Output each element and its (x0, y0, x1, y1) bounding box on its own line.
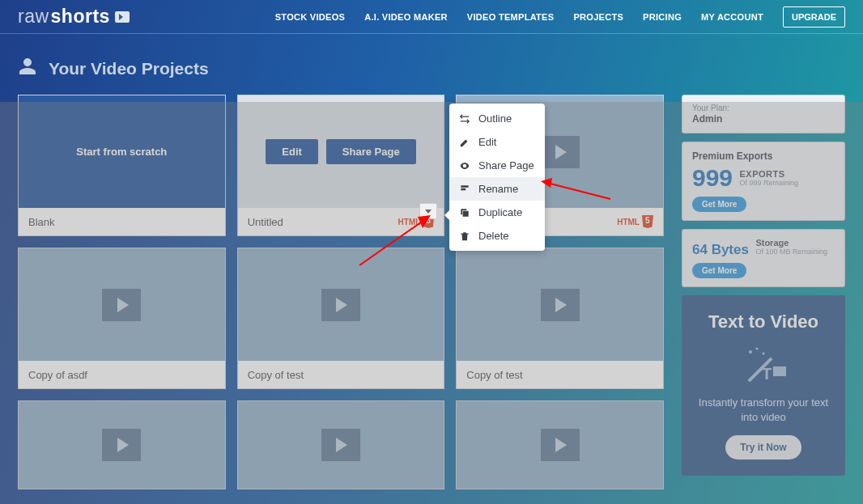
get-more-button[interactable]: Get More (692, 263, 746, 278)
premium-count: 999 (692, 164, 733, 192)
play-icon (102, 429, 141, 461)
card-caption: Copy of asdf (28, 369, 87, 381)
nav-my-account[interactable]: MY ACCOUNT (701, 12, 763, 22)
svg-point-5 (763, 353, 765, 355)
menu-label: Share Page (478, 159, 534, 172)
hover-thumb: Edit Share Page (238, 95, 444, 208)
person-icon (18, 57, 37, 80)
premium-exports-panel: Premium Exports 999 EXPORTS Of 999 Remai… (682, 142, 845, 221)
upgrade-button[interactable]: UPGRADE (783, 6, 845, 28)
page-title: Your Video Projects (49, 59, 209, 78)
project-card[interactable] (18, 400, 226, 489)
project-grid: Start from scratch Blank Edit Share Page… (18, 95, 664, 489)
sidebar: Your Plan: Admin Premium Exports 999 EXP… (682, 95, 845, 489)
html5-badge: HTML (617, 215, 653, 228)
svg-point-3 (749, 350, 752, 354)
menu-duplicate[interactable]: Duplicate (449, 201, 545, 224)
storage-sub: Of 100 MB Remaining (755, 248, 827, 256)
share-page-button[interactable]: Share Page (326, 139, 416, 164)
blank-thumb: Start from scratch (19, 95, 225, 208)
premium-sub: Of 999 Remaining (740, 179, 799, 187)
plan-label: Your Plan: (692, 104, 835, 112)
ttv-title: Text to Video (693, 311, 834, 332)
card-caption: Copy of test (466, 369, 522, 381)
menu-edit[interactable]: Edit (449, 130, 545, 154)
svg-marker-9 (418, 215, 431, 228)
nav-stock-videos[interactable]: STOCK VIDEOS (275, 12, 346, 22)
menu-delete[interactable]: Delete (449, 224, 545, 248)
card-caption: Untitled (248, 216, 283, 228)
svg-marker-7 (541, 178, 552, 188)
menu-label: Edit (478, 136, 496, 148)
nav-ai-video-maker[interactable]: A.I. VIDEO MAKER (364, 12, 448, 22)
svg-line-8 (359, 220, 424, 265)
storage-panel: 64 Bytes Storage Of 100 MB Remaining Get… (682, 229, 845, 287)
menu-label: Outline (478, 112, 512, 125)
menu-pointer (444, 210, 449, 220)
logo-text-2: shorts (51, 6, 110, 28)
project-card[interactable] (237, 400, 445, 489)
edit-button[interactable]: Edit (266, 139, 318, 164)
context-menu: Outline Edit Share Page Rename Duplicate… (449, 104, 545, 251)
text-to-video-panel: Text to Video T Instantly transform your… (682, 295, 845, 476)
menu-label: Rename (478, 183, 518, 195)
storage-unit: Storage (755, 238, 827, 248)
content: Start from scratch Blank Edit Share Page… (0, 95, 863, 489)
svg-point-4 (756, 348, 759, 350)
svg-rect-2 (773, 366, 786, 376)
play-icon (541, 136, 580, 168)
plan-panel: Your Plan: Admin (682, 95, 845, 133)
blank-label: Start from scratch (76, 146, 167, 158)
annotation-arrow-2 (355, 212, 436, 272)
card-caption: Blank (28, 216, 55, 228)
card-caption: Copy of test (248, 369, 304, 381)
page-title-row: Your Video Projects (0, 34, 863, 95)
menu-outline[interactable]: Outline (449, 107, 545, 130)
premium-unit: EXPORTS (740, 169, 799, 179)
project-card[interactable] (456, 400, 664, 489)
logo[interactable]: rawshorts (18, 6, 130, 28)
menu-rename[interactable]: Rename (449, 177, 545, 201)
play-icon (321, 289, 360, 321)
menu-share-page[interactable]: Share Page (449, 154, 545, 177)
svg-text:T: T (762, 365, 772, 383)
annotation-arrow-1 (539, 176, 612, 204)
menu-label: Duplicate (478, 206, 522, 218)
plan-name: Admin (692, 113, 835, 125)
play-icon (541, 289, 580, 321)
premium-title: Premium Exports (692, 150, 835, 162)
magic-wand-icon: T (739, 344, 788, 384)
top-nav: rawshorts STOCK VIDEOS A.I. VIDEO MAKER … (0, 0, 863, 34)
nav-video-templates[interactable]: VIDEO TEMPLATES (467, 12, 555, 22)
storage-count: 64 Bytes (692, 242, 749, 258)
project-card[interactable]: Copy of test (456, 248, 664, 389)
svg-line-6 (547, 183, 610, 199)
main-nav: STOCK VIDEOS A.I. VIDEO MAKER VIDEO TEMP… (275, 6, 845, 28)
logo-play-icon (115, 11, 130, 23)
logo-text-1: raw (18, 6, 49, 28)
nav-pricing[interactable]: PRICING (643, 12, 682, 22)
menu-label: Delete (478, 230, 509, 242)
try-it-now-button[interactable]: Try it Now (725, 435, 801, 460)
play-icon (321, 429, 360, 461)
play-icon (102, 289, 141, 321)
get-more-button[interactable]: Get More (692, 197, 746, 212)
blank-project-card[interactable]: Start from scratch Blank (18, 95, 226, 236)
nav-projects[interactable]: PROJECTS (573, 12, 623, 22)
project-card[interactable]: Copy of asdf (18, 248, 226, 389)
play-icon (541, 429, 580, 461)
ttv-subtitle: Instantly transform your text into video (693, 396, 834, 424)
